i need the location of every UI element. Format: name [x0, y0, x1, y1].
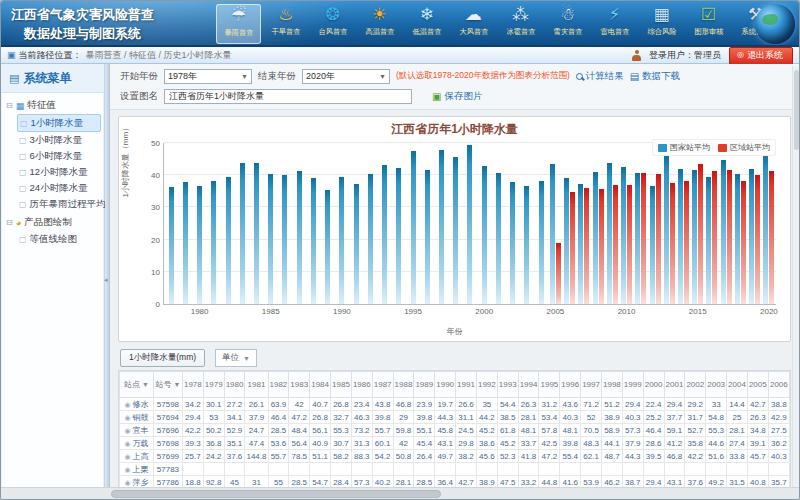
station-id-column-filter[interactable]: 站号▼ — [153, 372, 182, 398]
radio-icon[interactable]: ◉ — [124, 453, 130, 460]
value-cell: 28.6 — [643, 437, 664, 450]
station-column-filter[interactable]: 站点▼ — [120, 372, 154, 398]
figname-input[interactable] — [164, 89, 412, 104]
radio-icon[interactable]: ◉ — [124, 440, 130, 447]
sidebar-item-1小时降水量[interactable]: ▢ 1小时降水量 — [17, 114, 101, 132]
logout-button[interactable]: ◎ 退出系统 — [729, 47, 793, 65]
value-cell: 29.4 — [622, 398, 643, 411]
sidebar-item-等值线绘图[interactable]: ▢ 等值线绘图 — [17, 231, 101, 247]
value-cell: 42.5 — [539, 437, 560, 450]
document-icon: ▢ — [20, 119, 28, 128]
end-year-select[interactable]: 2020年 ▼ — [302, 69, 390, 84]
legend-label: 区域站平均 — [730, 142, 770, 153]
value-cell: 40.7 — [310, 398, 331, 411]
toolbar-item-干旱普查[interactable]: ♨ 干旱普查 — [263, 4, 308, 44]
value-cell: 53.4 — [539, 411, 560, 424]
horizontal-scrollbar-thumb[interactable] — [111, 490, 441, 498]
table-row-上高[interactable]: ◉上高 5769925.724.237.6144.855.778.551.158… — [120, 450, 790, 463]
calc-result-button[interactable]: 计算结果 — [576, 70, 624, 83]
station-name-cell[interactable]: ◉上高 — [120, 450, 154, 463]
x-tick-label: 2020 — [760, 307, 778, 316]
breadcrumb[interactable]: 暴雨普查 / 特征值 / 历史1小时降水量 — [86, 49, 232, 62]
document-icon: ▢ — [19, 168, 27, 177]
chevron-down-icon: ▼ — [243, 355, 250, 362]
table-row-上栗[interactable]: ◉上栗 57783 — [120, 463, 790, 476]
regional-station-bar-2015 — [698, 164, 703, 304]
national-station-bar-1978 — [169, 187, 174, 304]
globe-decoration-icon — [755, 4, 795, 44]
value-cell: 29.4 — [182, 411, 203, 424]
vertical-scrollbar-thumb[interactable] — [794, 70, 799, 150]
data-download-button[interactable]: ▤ 数据下载 — [630, 70, 680, 83]
national-station-bar-2005 — [550, 164, 555, 304]
expand-icon: ⊟ — [6, 101, 13, 110]
toolbar-item-暴雨普查[interactable]: ☔ 暴雨普查 — [216, 4, 261, 44]
year-column-header: 1997 — [581, 372, 602, 398]
value-cell: 51.2 — [602, 398, 623, 411]
toolbar-item-综合风险[interactable]: ▦ 综合风险 — [639, 4, 684, 44]
toolbar-item-冰雹普查[interactable]: ⁂ 冰雹普查 — [498, 4, 543, 44]
sidebar-item-历年暴雨过程平均雨量[interactable]: ▢ 历年暴雨过程平均雨量 — [17, 196, 101, 212]
national-station-bar-2003 — [524, 186, 529, 304]
toolbar-item-台风普查[interactable]: ❂ 台风普查 — [310, 4, 355, 44]
sidebar-item-12小时降水量[interactable]: ▢ 12小时降水量 — [17, 164, 101, 180]
station-name-cell[interactable]: ◉修水 — [120, 398, 154, 411]
toolbar-item-雪灾普查[interactable]: ☃ 雪灾普查 — [545, 4, 590, 44]
national-station-bar-1986 — [282, 175, 287, 304]
value-cell — [414, 463, 435, 476]
table-row-修水[interactable]: ◉修水 5759834.230.127.226.163.94240.726.82… — [120, 398, 790, 411]
sidebar-group-产品图绘制[interactable]: ⊟ ◕ 产品图绘制 — [4, 214, 101, 231]
station-name-cell[interactable]: ◉万载 — [120, 437, 154, 450]
start-year-select[interactable]: 1978年 ▼ — [164, 69, 252, 84]
national-station-bar-2010 — [621, 167, 626, 304]
unit-button[interactable]: 1小时降水量(mm) — [120, 349, 205, 367]
toolbar-item-雷电普查[interactable]: ⚡ 雷电普查 — [592, 4, 637, 44]
radio-icon[interactable]: ◉ — [124, 414, 130, 421]
save-image-button[interactable]: ▣ 保存图片 — [432, 90, 482, 103]
end-year-value: 2020年 — [306, 70, 335, 83]
sidebar-item-3小时降水量[interactable]: ▢ 3小时降水量 — [17, 132, 101, 148]
year-column-header: 1986 — [351, 372, 372, 398]
radio-icon[interactable]: ◉ — [124, 479, 130, 486]
bar-group-2001 — [491, 143, 505, 304]
vertical-scrollbar[interactable] — [792, 66, 799, 487]
value-cell: 35.1 — [224, 437, 245, 450]
value-cell: 26.3 — [518, 398, 539, 411]
value-cell: 48.1 — [560, 424, 581, 437]
horizontal-scrollbar[interactable] — [1, 487, 799, 499]
value-cell: 43.1 — [664, 476, 685, 488]
table-row-铜鼓[interactable]: ◉铜鼓 5769429.45334.137.946.447.226.832.74… — [120, 411, 790, 424]
station-name-cell[interactable]: ◉萍乡 — [120, 476, 154, 488]
table-row-万载[interactable]: ◉万载 5769839.336.835.147.453.656.440.930.… — [120, 437, 790, 450]
national-station-bar-1980 — [197, 186, 202, 304]
unit-dropdown[interactable]: 单位 ▼ — [215, 349, 257, 367]
bar-group-1980 — [192, 143, 206, 304]
sidebar-item-24小时降水量[interactable]: ▢ 24小时降水量 — [17, 180, 101, 196]
national-station-bar-2008 — [593, 172, 598, 304]
radio-icon[interactable]: ◉ — [124, 466, 130, 473]
value-cell: 35.7 — [768, 476, 789, 488]
national-station-bar-1981 — [211, 181, 216, 304]
table-row-宜丰[interactable]: ◉宜丰 5769642.250.252.924.728.548.456.155.… — [120, 424, 790, 437]
sidebar-group-特征值[interactable]: ⊟ ▦ 特征值 — [4, 97, 101, 114]
toolbar-item-label: 综合风险 — [647, 27, 676, 37]
sidebar-item-6小时降水量[interactable]: ▢ 6小时降水量 — [17, 148, 101, 164]
radio-icon[interactable]: ◉ — [124, 427, 130, 434]
toolbar-item-大风普查[interactable]: ☁ 大风普查 — [451, 4, 496, 44]
year-column-header: 2001 — [664, 372, 685, 398]
value-cell: 14.4 — [727, 398, 748, 411]
station-name-cell[interactable]: ◉上栗 — [120, 463, 154, 476]
value-cell: 54.4 — [497, 398, 518, 411]
station-name-cell[interactable]: ◉铜鼓 — [120, 411, 154, 424]
table-row-萍乡[interactable]: ◉萍乡 5778618.892.845315528.554.728.457.34… — [120, 476, 790, 488]
value-cell: 28.1 — [393, 476, 414, 488]
station-name-cell[interactable]: ◉宜丰 — [120, 424, 154, 437]
national-station-bar-1990 — [339, 177, 344, 304]
toolbar-item-高温普查[interactable]: ☀ 高温普查 — [357, 4, 402, 44]
toolbar-item-图形审核[interactable]: ☑ 图形审核 — [686, 4, 731, 44]
value-cell: 58.2 — [331, 450, 352, 463]
toolbar-item-低温普查[interactable]: ❄ 低温普查 — [404, 4, 449, 44]
value-cell: 42.2 — [685, 450, 706, 463]
x-tick-label: 1980 — [191, 307, 209, 316]
radio-icon[interactable]: ◉ — [124, 401, 130, 408]
